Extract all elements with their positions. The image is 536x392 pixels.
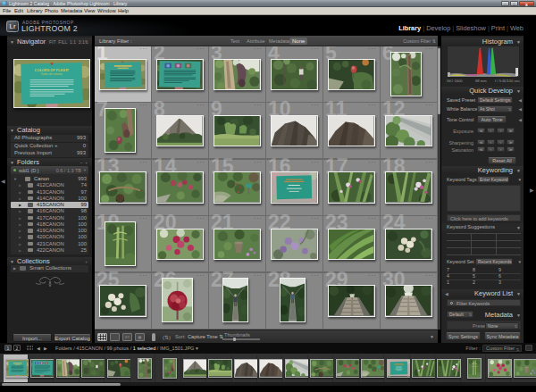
svg-text:COLORS OF FLIGHT: COLORS OF FLIGHT xyxy=(35,68,70,72)
svg-text:Vuelo de colores: Vuelo de colores xyxy=(41,72,63,76)
